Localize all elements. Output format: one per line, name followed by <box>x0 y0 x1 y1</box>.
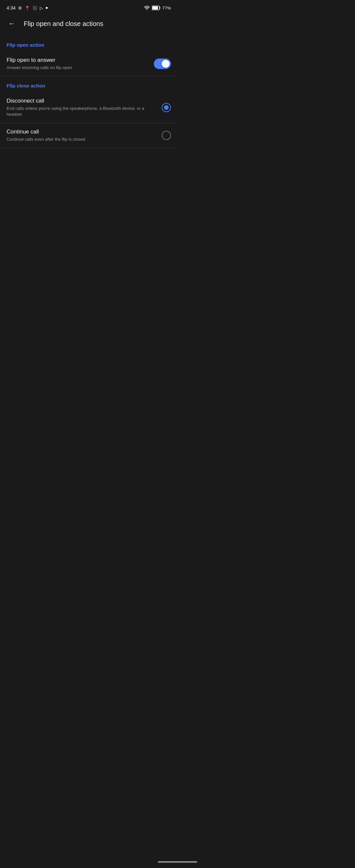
disconnect-call-subtitle: End calls unless you're using the speake… <box>7 105 157 117</box>
flip-open-answer-item[interactable]: Flip open to answer Answer incoming call… <box>0 52 178 76</box>
flip-open-answer-toggle[interactable] <box>154 59 171 69</box>
flip-open-section-header: Flip open action <box>0 35 178 52</box>
status-time: 4:34 <box>7 5 15 10</box>
flip-open-answer-text: Flip open to answer Answer incoming call… <box>7 57 154 71</box>
svg-rect-1 <box>159 7 160 9</box>
back-arrow-icon: ← <box>8 20 15 28</box>
disconnect-call-radio[interactable] <box>162 103 171 112</box>
status-bar-left: 4:34 ⚙ 📍 ⬛ ▷ <box>7 5 48 10</box>
continue-call-title: Continue call <box>7 129 157 135</box>
disconnect-call-text: Disconnect call End calls unless you're … <box>7 98 162 117</box>
app-bar: ← Flip open and close actions <box>0 14 178 35</box>
continue-call-text: Continue call Continue calls even after … <box>7 129 162 143</box>
continue-call-subtitle: Continue calls even after the flip is cl… <box>7 136 157 143</box>
page-title: Flip open and close actions <box>24 20 103 28</box>
battery-icon <box>152 6 160 10</box>
continue-call-item[interactable]: Continue call Continue calls even after … <box>0 123 178 148</box>
divider-3 <box>0 148 178 148</box>
status-bar-right: 77% <box>144 6 171 10</box>
toggle-knob <box>162 60 170 68</box>
screenshot-icon: ⬛ <box>33 6 37 10</box>
gear-icon: ⚙ <box>18 6 22 10</box>
disconnect-call-item[interactable]: Disconnect call End calls unless you're … <box>0 92 178 123</box>
battery-percent: 77% <box>162 6 171 10</box>
dot-indicator <box>46 7 48 9</box>
continue-call-radio[interactable] <box>162 131 171 140</box>
flip-close-section-header: Flip close action <box>0 76 178 92</box>
flip-open-answer-title: Flip open to answer <box>7 57 149 63</box>
flip-open-answer-subtitle: Answer incoming calls on flip open <box>7 65 149 71</box>
svg-rect-2 <box>152 7 158 9</box>
wifi-icon <box>144 6 150 10</box>
back-button[interactable]: ← <box>5 17 19 30</box>
disconnect-call-title: Disconnect call <box>7 98 157 104</box>
status-bar: 4:34 ⚙ 📍 ⬛ ▷ 77% <box>0 0 178 14</box>
location-icon: 📍 <box>25 6 30 10</box>
radio-inner-selected <box>164 105 169 110</box>
play-icon: ▷ <box>40 6 43 10</box>
